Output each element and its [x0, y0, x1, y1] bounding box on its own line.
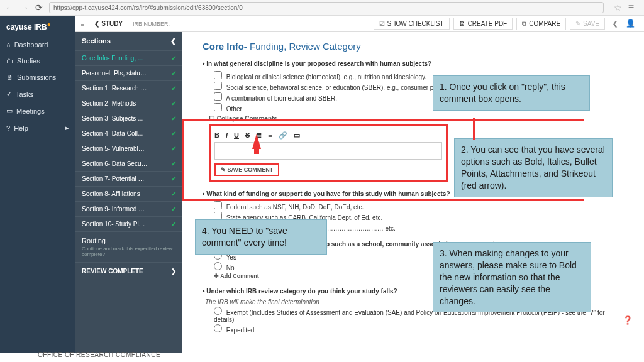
compare-button[interactable]: ⧉ COMPARE: [516, 18, 566, 30]
section-item[interactable]: Section 7- Potential …✔: [75, 171, 182, 186]
section-item[interactable]: Section 4- Data Coll…✔: [75, 126, 182, 141]
nav-icon: ⌂: [6, 41, 11, 48]
numbered-button[interactable]: ≡: [268, 131, 272, 140]
leftnav-studies[interactable]: 🗀Studies: [0, 53, 75, 69]
callout-1: 1. Once you click on "reply", this comme…: [433, 75, 590, 111]
back-icon[interactable]: ←: [5, 3, 14, 13]
show-checklist-button[interactable]: ☑ SHOW CHECKLIST: [374, 18, 450, 30]
check-icon: ✔: [171, 55, 176, 62]
brand: cayuse IRB●: [0, 16, 75, 36]
editor-toolbar: B I U S ≣ ≡ 🔗 ▭: [214, 130, 442, 142]
routing[interactable]: Routing Continue and mark this expedited…: [75, 231, 182, 262]
footer-text: OFFICE OF RESEARCH COMPLIANCE: [38, 351, 160, 353]
save-button[interactable]: ✎ SAVE: [570, 18, 605, 30]
section-item[interactable]: Section 9- Informed …✔: [75, 201, 182, 216]
section-item[interactable]: Section 1- Research …✔: [75, 80, 182, 96]
leftnav-meetings[interactable]: ▭Meetings: [0, 102, 75, 119]
save-comment-button[interactable]: ✎ SAVE COMMENT: [214, 163, 279, 176]
section-item[interactable]: Personnel- PIs, statu…✔: [75, 65, 182, 80]
reload-icon[interactable]: ⟳: [35, 3, 43, 13]
question-1: • In what general discipline is your pro…: [203, 60, 624, 67]
nav-icon: ✓: [6, 90, 12, 98]
nav-icon: ▭: [6, 107, 13, 115]
nav-icon: ?: [6, 124, 10, 132]
comment-editor: B I U S ≣ ≡ 🔗 ▭ ✎ SAVE COMMENT: [209, 124, 448, 182]
address-bar[interactable]: https://cpp-t.cayuse424.com/rs/irb/#subm…: [49, 2, 604, 13]
routing-title: Routing: [82, 237, 176, 244]
option[interactable]: Expedited: [214, 324, 624, 334]
red-line: [182, 199, 584, 201]
attach-button[interactable]: 🔗: [279, 131, 287, 140]
bold-button[interactable]: B: [214, 131, 219, 140]
hamburger-icon[interactable]: ≡: [75, 20, 89, 28]
leftnav-dashboard[interactable]: ⌂Dashboard: [0, 36, 75, 53]
bookmark-icon[interactable]: ☆: [614, 3, 622, 13]
nav-icon: 🗎: [6, 74, 13, 81]
check-icon: ✔: [171, 221, 176, 228]
forward-icon[interactable]: →: [20, 3, 29, 13]
routing-sub: Continue and mark this expedited review …: [82, 246, 176, 257]
section-item[interactable]: Section 10- Study Pl…✔: [75, 216, 182, 231]
nav-icon: 🗀: [6, 57, 13, 65]
section-item[interactable]: Section 2- Methods✔: [75, 96, 182, 111]
callout-2: 2. You can see that you have several opt…: [454, 138, 613, 197]
check-icon: ✔: [171, 145, 176, 152]
help-icon[interactable]: ❓: [623, 315, 633, 325]
option[interactable]: Federal such as NSF, NIH, DoD, DoE, DoEd…: [214, 201, 624, 211]
review-complete-button[interactable]: REVIEW COMPLETE❯: [75, 262, 182, 280]
sections-header[interactable]: Sections❮: [75, 32, 182, 50]
check-icon: ✔: [171, 130, 176, 137]
image-button[interactable]: ▭: [294, 131, 300, 140]
irb-number-label: IRB NUMBER:: [133, 21, 170, 27]
red-line: [182, 119, 184, 200]
user-icon[interactable]: 👤: [626, 19, 635, 28]
callout-4: 4. You NEED to "save comment" every time…: [195, 219, 327, 255]
red-line: [182, 119, 584, 121]
page-title: Core Info- Funding, Review Category: [203, 41, 624, 52]
section-item[interactable]: Section 6- Data Secu…✔: [75, 156, 182, 171]
callout-3: 3. When making changes to your answers, …: [433, 242, 591, 312]
leftnav-tasks[interactable]: ✓Tasks: [0, 85, 75, 102]
check-icon: ✔: [171, 206, 176, 212]
check-icon: ✔: [171, 115, 176, 122]
section-item[interactable]: Section 8- Affiliations✔: [75, 186, 182, 201]
section-item[interactable]: Section 3- Subjects …✔: [75, 111, 182, 126]
check-icon: ✔: [171, 175, 176, 182]
check-icon: ✔: [171, 160, 176, 167]
section-item[interactable]: Core Info- Funding, …✔: [75, 50, 182, 65]
check-icon: ✔: [171, 70, 176, 77]
underline-button[interactable]: U: [234, 131, 239, 140]
url-text: https://cpp-t.cayuse424.com/rs/irb/#subm…: [53, 4, 243, 11]
section-item[interactable]: Section 5- Vulnerabl…✔: [75, 141, 182, 156]
create-pdf-button[interactable]: 🗎 CREATE PDF: [453, 18, 513, 30]
italic-button[interactable]: I: [226, 131, 228, 140]
strike-button[interactable]: S: [245, 131, 250, 140]
comment-textarea[interactable]: [214, 142, 442, 160]
leftnav-submissions[interactable]: 🗎Submissions: [0, 69, 75, 85]
leftnav-help[interactable]: ?Help▸: [0, 119, 75, 136]
check-icon: ✔: [171, 190, 176, 197]
check-icon: ✔: [171, 100, 176, 107]
prev-section-button[interactable]: ❮: [609, 19, 621, 28]
study-back-button[interactable]: ❮ STUDY: [89, 20, 128, 27]
red-arrow-icon: [252, 134, 261, 149]
browser-menu-icon[interactable]: ≡: [628, 2, 634, 13]
red-line: [473, 118, 475, 140]
check-icon: ✔: [171, 85, 176, 92]
